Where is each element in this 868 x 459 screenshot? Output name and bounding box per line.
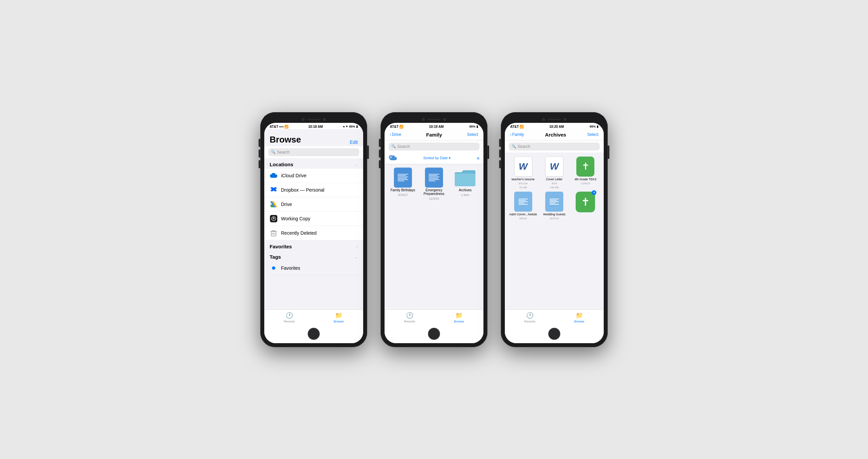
clock: 10:18 AM	[308, 125, 323, 129]
browse-title: Browse	[270, 134, 301, 145]
power-button	[367, 145, 369, 159]
tab-bar-1: 🕐 Recents 📁 Browse	[264, 309, 363, 326]
phone-2: AT&T 📶 10:19 AM 85% ▮ ‹ Drive Family Sel…	[380, 112, 488, 347]
home-button-1[interactable]	[308, 328, 320, 340]
workcopy-item[interactable]: Working Copy	[264, 211, 363, 226]
locations-chevron[interactable]: ⌄	[354, 162, 358, 167]
back-chevron-3: ‹	[510, 132, 512, 137]
emergency-date: 11/4/15	[429, 197, 439, 200]
doc-icon-birthdays	[394, 168, 412, 188]
status-carrier-3: AT&T 📶	[510, 125, 524, 129]
status-right-2: 85% ▮	[469, 125, 478, 128]
recently-deleted-item[interactable]: Recently Deleted	[264, 226, 363, 240]
tags-chevron[interactable]: ⌄	[354, 254, 358, 259]
folder-emergency[interactable]: Emergency Preparedness 11/4/15	[420, 168, 448, 200]
dropbox-item[interactable]: Dropbox — Personal	[264, 183, 363, 197]
battery-3: 85%	[590, 125, 596, 128]
browse-label-3: Browse	[574, 320, 584, 323]
wifi-icon-3: 📶	[520, 125, 524, 129]
archives-screen: ‹ Family Archives Select 🔍 Search W	[505, 129, 604, 309]
side-buttons-3	[499, 139, 501, 168]
home-button-2[interactable]	[428, 328, 440, 340]
resume-date: 9/11/14	[519, 182, 528, 185]
carrier-2: AT&T	[390, 125, 399, 129]
sort-button[interactable]: Sorted by Date ▾	[423, 156, 451, 160]
search-input-1[interactable]: 🔍 Search	[268, 148, 359, 156]
back-label-2: Drive	[392, 132, 401, 137]
favorites-tag-label: Favorites	[281, 265, 300, 271]
archives-title: Archives	[545, 132, 566, 137]
select-button-3[interactable]: Select	[587, 132, 598, 137]
folder-birthdays[interactable]: Family Birthdays 3/16/17	[389, 168, 417, 200]
home-indicator-3	[505, 326, 604, 343]
recents-icon-2: 🕐	[406, 312, 413, 319]
folder-archives[interactable]: Archives 1 item	[451, 168, 479, 200]
file-popup[interactable]: ✝ 4	[571, 192, 600, 220]
resume-name: teacher's resume	[512, 177, 534, 181]
tab-recents-3[interactable]: 🕐 Recents	[524, 312, 535, 323]
archives-nav: ‹ Family Archives Select	[505, 129, 604, 140]
tab-browse-3[interactable]: 📁 Browse	[574, 312, 584, 323]
status-carrier-2: AT&T 📶	[390, 125, 403, 129]
family-nav: ‹ Drive Family Select	[384, 129, 484, 140]
search-input-2[interactable]: 🔍 Search	[389, 142, 479, 151]
icloud-drive-item[interactable]: iCloud Drive	[264, 169, 363, 183]
recently-deleted-label: Recently Deleted	[281, 230, 317, 236]
side-buttons	[258, 139, 260, 168]
family-title: Family	[426, 132, 442, 137]
home-button-3[interactable]	[548, 328, 560, 340]
locations-header: Locations ⌄	[264, 158, 363, 169]
browse-icon-2: 📁	[455, 312, 463, 319]
back-button-2[interactable]: ‹ Drive	[390, 132, 401, 137]
select-button-2[interactable]: Select	[467, 132, 478, 137]
toolbar-2: Sorted by Date ▾ ≡	[384, 153, 484, 164]
search-icon: 🔍	[271, 150, 276, 154]
carrier-text: AT&T	[270, 125, 278, 129]
birthdays-date: 3/16/17	[398, 193, 408, 197]
search-bar-1: 🔍 Search	[264, 146, 363, 158]
search-input-3[interactable]: 🔍 Search	[509, 142, 600, 151]
popup-wrap: ✝ 4	[576, 192, 595, 212]
file-comm[interactable]: A&M Comm...hedule 9/5/13	[509, 192, 537, 220]
add-folder-button[interactable]	[389, 155, 397, 162]
icloud-label: iCloud Drive	[281, 173, 306, 178]
home-indicator-2	[384, 326, 484, 343]
locations-title: Locations	[270, 162, 293, 167]
comm-date: 9/5/13	[520, 217, 527, 220]
favorite-dot-icon	[270, 264, 278, 272]
archives-count: 1 item	[461, 193, 469, 197]
recents-label: Recents	[284, 320, 295, 323]
tab-bar-2: 🕐 Recents 📁 Browse	[384, 309, 484, 326]
battery-2: 85%	[469, 125, 475, 128]
file-teks[interactable]: ✝ 4th Grade TEKS 11/6/13	[571, 157, 600, 189]
tab-browse-1[interactable]: 📁 Browse	[334, 312, 344, 323]
tab-recents-1[interactable]: 🕐 Recents	[284, 312, 295, 323]
list-view-button[interactable]: ≡	[477, 156, 479, 161]
browse-icon-3: 📁	[576, 312, 583, 319]
cover-icon: W	[545, 157, 563, 176]
recents-icon-3: 🕐	[526, 312, 533, 319]
edit-button[interactable]: Edit	[350, 139, 358, 145]
browse-label: Browse	[334, 320, 344, 323]
favorites-chevron[interactable]: ›	[356, 244, 358, 249]
tab-recents-2[interactable]: 🕐 Recents	[404, 312, 415, 323]
tab-bar-3: 🕐 Recents 📁 Browse	[505, 309, 604, 326]
workcopy-icon	[270, 215, 278, 223]
file-resume[interactable]: W teacher's resume 9/11/14 21 KB	[509, 157, 537, 189]
back-button-3[interactable]: ‹ Family	[510, 132, 524, 137]
tags-header: Tags ⌄	[264, 251, 363, 261]
search-icon-3: 🔍	[512, 144, 516, 149]
gdrive-label: Drive	[281, 202, 292, 207]
status-carrier: AT&T ▪▪▪▪ 📶	[270, 125, 288, 129]
wifi-icon-2: 📶	[399, 125, 403, 129]
favorites-tag-item[interactable]: Favorites	[264, 261, 363, 275]
file-cover[interactable]: W Cover Letter 9/14 142 KB	[540, 157, 568, 189]
birthdays-name: Family Birthdays	[391, 188, 415, 192]
battery-icon: ▮	[356, 125, 358, 128]
battery-icon-3: ▮	[597, 125, 598, 128]
emergency-name: Emergency Preparedness	[420, 188, 448, 196]
file-wedding[interactable]: Wedding Guests 6/17/13	[540, 192, 568, 220]
tab-browse-2[interactable]: 📁 Browse	[454, 312, 464, 323]
gdrive-item[interactable]: Drive	[264, 197, 363, 211]
archives-icon	[454, 168, 477, 187]
